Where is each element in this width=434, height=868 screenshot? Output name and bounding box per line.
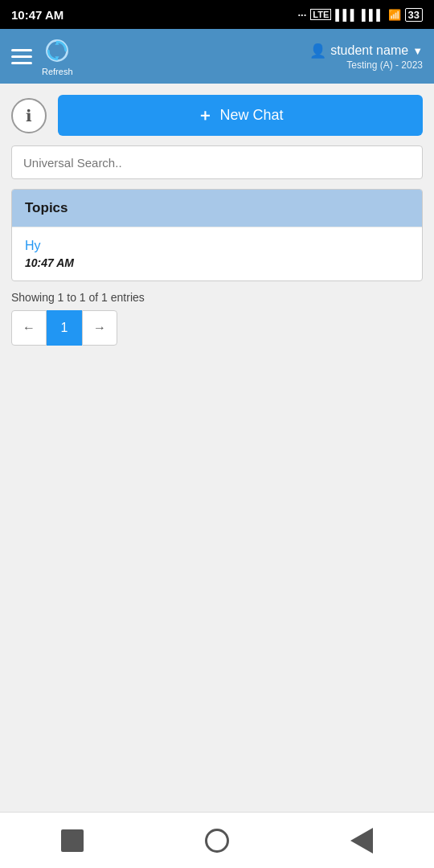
- signal-dots-icon: ···: [297, 9, 306, 21]
- pagination-section: Showing 1 to 1 of 1 entries ← 1 →: [11, 291, 423, 346]
- status-icons: ··· LTE ▌▌▌ ▌▌▌ 📶 33: [297, 8, 423, 22]
- recent-apps-button[interactable]: [61, 829, 84, 852]
- new-chat-button[interactable]: ＋ New Chat: [58, 95, 423, 136]
- pagination-next-button[interactable]: →: [82, 310, 117, 346]
- user-icon: 👤: [309, 43, 326, 59]
- pagination-label: Showing 1 to 1 of 1 entries: [11, 291, 423, 304]
- refresh-button[interactable]: Refresh: [42, 36, 73, 76]
- topics-header: Topics: [12, 190, 422, 227]
- pagination-controls: ← 1 →: [11, 310, 423, 346]
- user-name-row[interactable]: 👤 student name ▼: [309, 43, 423, 59]
- new-chat-label: New Chat: [219, 107, 283, 124]
- lte-icon: LTE: [310, 9, 331, 20]
- status-bar: 10:47 AM ··· LTE ▌▌▌ ▌▌▌ 📶 33: [0, 0, 434, 29]
- hamburger-menu-button[interactable]: [11, 49, 32, 64]
- refresh-icon: [43, 36, 72, 65]
- info-button[interactable]: ℹ: [11, 98, 47, 133]
- signal-bars2-icon: ▌▌▌: [362, 9, 384, 21]
- info-icon: ℹ: [26, 106, 32, 125]
- battery-icon: 33: [405, 8, 423, 22]
- user-name: student name: [330, 43, 408, 58]
- navbar-left: Refresh: [11, 36, 73, 76]
- pagination-current-button[interactable]: 1: [47, 310, 82, 346]
- topic-title: Hy: [25, 239, 409, 253]
- main-content: ℹ ＋ New Chat Topics Hy 10:47 AM Showing …: [0, 84, 434, 812]
- back-button[interactable]: [350, 828, 373, 854]
- bottom-nav: [0, 812, 434, 868]
- home-button[interactable]: [205, 829, 229, 853]
- topics-table: Topics Hy 10:47 AM: [11, 189, 423, 281]
- pagination-prev-button[interactable]: ←: [11, 310, 47, 346]
- plus-icon: ＋: [197, 104, 213, 126]
- signal-bars-icon: ▌▌▌: [335, 9, 358, 21]
- search-input[interactable]: [11, 145, 423, 179]
- session-label: Testing (A) - 2023: [346, 59, 423, 71]
- navbar: Refresh 👤 student name ▼ Testing (A) - 2…: [0, 29, 434, 84]
- wifi-icon: 📶: [388, 9, 401, 21]
- table-row[interactable]: Hy 10:47 AM: [12, 227, 422, 280]
- chevron-down-icon: ▼: [412, 45, 423, 57]
- topic-time: 10:47 AM: [25, 256, 409, 269]
- action-row: ℹ ＋ New Chat: [11, 95, 423, 136]
- status-time: 10:47 AM: [11, 8, 63, 22]
- navbar-right: 👤 student name ▼ Testing (A) - 2023: [309, 43, 423, 71]
